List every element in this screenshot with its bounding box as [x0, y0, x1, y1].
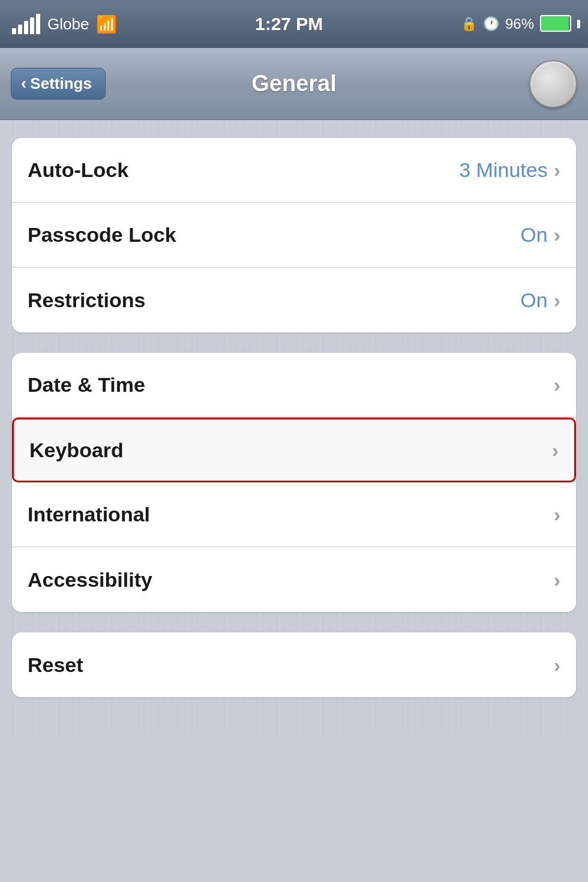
- auto-lock-value: 3 Minutes: [459, 158, 547, 182]
- wifi-icon: 📶: [96, 14, 117, 34]
- international-row[interactable]: International ›: [12, 482, 576, 547]
- back-button-label: Settings: [30, 74, 92, 93]
- auto-lock-label: Auto-Lock: [28, 158, 128, 182]
- reset-chevron-icon: ›: [554, 653, 560, 677]
- battery-percent: 96%: [505, 16, 534, 32]
- restrictions-row[interactable]: Restrictions On ›: [12, 268, 576, 332]
- accessibility-label: Accessibility: [28, 568, 152, 592]
- auto-lock-row[interactable]: Auto-Lock 3 Minutes ›: [12, 138, 576, 203]
- accessibility-chevron-icon: ›: [554, 568, 560, 592]
- accessibility-right: ›: [554, 568, 560, 592]
- signal-bar-3: [24, 21, 28, 34]
- restrictions-value: On: [520, 289, 547, 312]
- date-time-row[interactable]: Date & Time ›: [12, 353, 576, 418]
- auto-lock-chevron-icon: ›: [554, 158, 560, 182]
- settings-group-2: Date & Time › Keyboard › International ›…: [12, 353, 576, 612]
- reset-right: ›: [554, 653, 560, 677]
- battery-fill: [541, 16, 569, 31]
- settings-content: Auto-Lock 3 Minutes › Passcode Lock On ›…: [0, 120, 588, 736]
- date-time-right: ›: [554, 373, 560, 397]
- international-right: ›: [554, 503, 560, 526]
- status-right: 🔒 🕐 96%: [461, 15, 576, 33]
- carrier-label: Globe: [47, 15, 89, 34]
- time-display: 1:27 PM: [255, 14, 323, 34]
- battery-body: [540, 15, 571, 32]
- international-chevron-icon: ›: [554, 503, 560, 526]
- passcode-lock-right: On ›: [520, 223, 560, 247]
- restrictions-right: On ›: [520, 289, 560, 312]
- reset-label: Reset: [28, 653, 83, 677]
- keyboard-row[interactable]: Keyboard ›: [12, 418, 576, 482]
- date-time-chevron-icon: ›: [554, 373, 560, 397]
- date-time-label: Date & Time: [28, 373, 145, 397]
- signal-bar-1: [12, 28, 16, 34]
- back-chevron-icon: ‹: [21, 74, 26, 93]
- clock-icon: 🕐: [483, 16, 499, 32]
- settings-group-1: Auto-Lock 3 Minutes › Passcode Lock On ›…: [12, 138, 576, 332]
- international-label: International: [28, 503, 150, 526]
- status-left: Globe 📶: [12, 14, 117, 34]
- lock-icon: 🔒: [461, 16, 477, 32]
- keyboard-right: ›: [552, 439, 559, 462]
- restrictions-label: Restrictions: [28, 289, 146, 312]
- home-button[interactable]: [529, 60, 577, 108]
- passcode-lock-row[interactable]: Passcode Lock On ›: [12, 203, 576, 268]
- passcode-lock-chevron-icon: ›: [554, 223, 560, 247]
- page-title: General: [251, 71, 337, 97]
- passcode-lock-value: On: [520, 223, 547, 247]
- accessibility-row[interactable]: Accessibility ›: [12, 547, 576, 612]
- keyboard-chevron-icon: ›: [552, 439, 559, 462]
- signal-bars: [12, 14, 40, 34]
- restrictions-chevron-icon: ›: [554, 289, 560, 312]
- status-bar: Globe 📶 1:27 PM 🔒 🕐 96%: [0, 0, 588, 48]
- back-button[interactable]: ‹ Settings: [11, 68, 106, 100]
- battery-terminal: [577, 20, 580, 28]
- auto-lock-right: 3 Minutes ›: [459, 158, 560, 182]
- passcode-lock-label: Passcode Lock: [28, 223, 176, 247]
- nav-bar: ‹ Settings General: [0, 48, 588, 120]
- signal-bar-2: [18, 25, 22, 34]
- battery-indicator: [540, 15, 576, 33]
- reset-row[interactable]: Reset ›: [12, 632, 576, 697]
- signal-bar-5: [36, 14, 40, 34]
- keyboard-label: Keyboard: [29, 439, 124, 462]
- signal-bar-4: [30, 17, 34, 34]
- settings-group-3: Reset ›: [12, 632, 576, 697]
